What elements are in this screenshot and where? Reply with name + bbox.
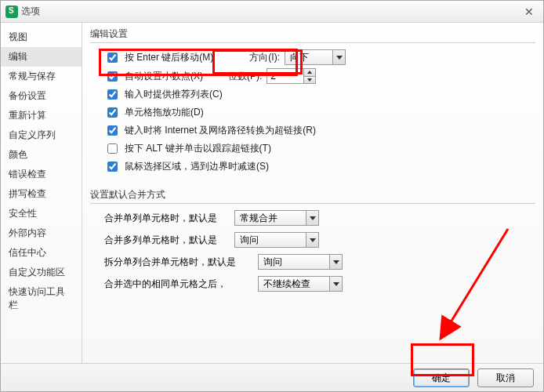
sidebar-item[interactable]: 外部内容: [1, 223, 82, 243]
spinner-places[interactable]: [267, 68, 316, 84]
checkbox-mouse-select[interactable]: [107, 162, 118, 172]
sidebar-item[interactable]: 编辑: [1, 47, 82, 67]
label-input-suggest: 输入时提供推荐列表(C): [125, 88, 223, 101]
checkbox-alt-click[interactable]: [107, 143, 118, 154]
spinner-up-icon[interactable]: [304, 69, 315, 76]
ok-button[interactable]: 确定: [413, 368, 470, 387]
row-drag-fill: 单元格拖放功能(D): [104, 105, 535, 120]
row-auto-decimal: 自动设置小数点(X) 位数(P):: [104, 68, 535, 84]
checkbox-drag-fill[interactable]: [107, 107, 118, 118]
combo-merge-1[interactable]: 常规合并: [234, 210, 319, 226]
window-title: 选项: [21, 5, 40, 18]
label-merge-1: 合并单列单元格时，默认是: [104, 212, 230, 225]
row-url-link: 键入时将 Internet 及网络路径转换为超链接(R): [104, 123, 535, 138]
sidebar-item[interactable]: 信任中心: [1, 243, 82, 263]
checkbox-enter-move[interactable]: [107, 53, 118, 63]
sidebar-item[interactable]: 快速访问工具栏: [1, 282, 82, 315]
app-icon: [5, 5, 18, 18]
row-merge-4: 合并选中的相同单元格之后， 不继续检查: [104, 276, 535, 292]
sidebar-item[interactable]: 重新计算: [1, 106, 82, 125]
content-pane: 编辑设置 按 Enter 键后移动(M) 方向(I): 向下 自动设置小数点(X…: [82, 23, 543, 363]
options-dialog: 选项 ✕ 视图编辑常规与保存备份设置重新计算自定义序列颜色错误检查拼写检查安全性…: [0, 0, 544, 392]
label-places: 位数(P):: [228, 70, 262, 83]
sidebar: 视图编辑常规与保存备份设置重新计算自定义序列颜色错误检查拼写检查安全性外部内容信…: [1, 23, 82, 363]
label-merge-2: 合并多列单元格时，默认是: [104, 234, 230, 247]
footer: 确定 取消: [1, 363, 543, 391]
combo-direction[interactable]: 向下: [285, 49, 346, 65]
row-merge-3: 拆分单列合并单元格时，默认是 询问: [104, 254, 535, 270]
close-icon[interactable]: ✕: [520, 5, 539, 18]
sidebar-item[interactable]: 安全性: [1, 204, 82, 223]
combo-merge-4-value: 不继续检查: [259, 278, 329, 291]
label-direction: 方向(I):: [249, 51, 280, 64]
chevron-down-icon[interactable]: [329, 255, 342, 269]
chevron-down-icon[interactable]: [332, 50, 345, 64]
chevron-down-icon[interactable]: [306, 211, 318, 225]
label-merge-3: 拆分单列合并单元格时，默认是: [104, 256, 253, 269]
row-alt-click: 按下 ALT 键并单击以跟踪超链接(T): [104, 141, 535, 156]
titlebar: 选项 ✕: [1, 1, 543, 23]
label-alt-click: 按下 ALT 键并单击以跟踪超链接(T): [125, 142, 271, 155]
row-merge-1: 合并单列单元格时，默认是 常规合并: [104, 210, 535, 226]
row-enter-move: 按 Enter 键后移动(M) 方向(I): 向下: [104, 49, 535, 65]
row-input-suggest: 输入时提供推荐列表(C): [104, 87, 535, 102]
checkbox-input-suggest[interactable]: [107, 89, 118, 100]
label-auto-decimal: 自动设置小数点(X): [125, 70, 203, 83]
combo-merge-1-value: 常规合并: [235, 212, 306, 225]
spinner-down-icon[interactable]: [304, 76, 315, 84]
sidebar-item[interactable]: 备份设置: [1, 86, 82, 106]
sidebar-item[interactable]: 视图: [1, 27, 82, 47]
cancel-button[interactable]: 取消: [477, 368, 534, 387]
row-merge-2: 合并多列单元格时，默认是 询问: [104, 232, 535, 248]
chevron-down-icon[interactable]: [306, 233, 318, 247]
combo-merge-2-value: 询问: [235, 234, 306, 247]
sidebar-item[interactable]: 拼写检查: [1, 184, 82, 204]
row-mouse-select: 鼠标选择区域，遇到边界时减速(S): [104, 159, 535, 174]
combo-merge-3[interactable]: 询问: [258, 254, 343, 270]
checkbox-auto-decimal[interactable]: [107, 71, 118, 82]
combo-direction-value: 向下: [285, 51, 332, 64]
label-mouse-select: 鼠标选择区域，遇到边界时减速(S): [125, 160, 269, 173]
label-enter-move: 按 Enter 键后移动(M): [125, 51, 213, 64]
sidebar-item[interactable]: 颜色: [1, 145, 82, 165]
combo-merge-3-value: 询问: [259, 256, 329, 269]
sidebar-item[interactable]: 自定义功能区: [1, 263, 82, 282]
label-url-link: 键入时将 Internet 及网络路径转换为超链接(R): [125, 124, 316, 137]
section-title-merge: 设置默认合并方式: [90, 188, 535, 204]
input-places[interactable]: [267, 69, 303, 83]
combo-merge-2[interactable]: 询问: [234, 232, 319, 248]
label-drag-fill: 单元格拖放功能(D): [125, 106, 204, 119]
section-title-edit: 编辑设置: [90, 27, 535, 43]
sidebar-item[interactable]: 常规与保存: [1, 67, 82, 86]
chevron-down-icon[interactable]: [329, 277, 342, 291]
sidebar-item[interactable]: 错误检查: [1, 165, 82, 184]
sidebar-item[interactable]: 自定义序列: [1, 125, 82, 145]
checkbox-url-link[interactable]: [107, 125, 118, 136]
label-merge-4: 合并选中的相同单元格之后，: [104, 278, 253, 291]
combo-merge-4[interactable]: 不继续检查: [258, 276, 343, 292]
dialog-body: 视图编辑常规与保存备份设置重新计算自定义序列颜色错误检查拼写检查安全性外部内容信…: [1, 23, 543, 363]
